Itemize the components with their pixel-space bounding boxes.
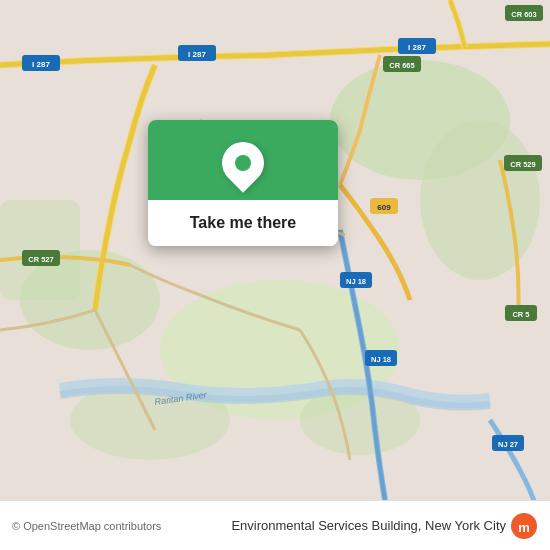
svg-text:609: 609 bbox=[377, 203, 391, 212]
moovit-logo: Environmental Services Building, New Yor… bbox=[231, 512, 538, 540]
map-container: I 287 I 287 I 287 CR 603 CR 665 CR 529 6… bbox=[0, 0, 550, 500]
bottom-bar: © OpenStreetMap contributors Environment… bbox=[0, 500, 550, 550]
svg-text:I 287: I 287 bbox=[32, 60, 50, 69]
moovit-icon: m bbox=[510, 512, 538, 540]
svg-text:NJ 27: NJ 27 bbox=[498, 440, 518, 449]
popup-header bbox=[148, 120, 338, 200]
osm-attribution: © OpenStreetMap contributors bbox=[12, 520, 161, 532]
svg-point-2 bbox=[420, 120, 540, 280]
svg-text:m: m bbox=[518, 520, 530, 535]
location-pin-icon bbox=[213, 133, 272, 192]
svg-text:I 287: I 287 bbox=[188, 50, 206, 59]
svg-text:CR 527: CR 527 bbox=[28, 255, 53, 264]
svg-text:CR 665: CR 665 bbox=[389, 61, 414, 70]
location-label: Environmental Services Building, New Yor… bbox=[231, 518, 506, 533]
popup-card: Take me there bbox=[148, 120, 338, 246]
take-me-there-button[interactable]: Take me there bbox=[148, 200, 338, 246]
svg-text:NJ 18: NJ 18 bbox=[371, 355, 391, 364]
svg-text:CR 603: CR 603 bbox=[511, 10, 536, 19]
svg-text:NJ 18: NJ 18 bbox=[346, 277, 366, 286]
svg-text:CR 5: CR 5 bbox=[512, 310, 529, 319]
svg-text:I 287: I 287 bbox=[408, 43, 426, 52]
svg-text:CR 529: CR 529 bbox=[510, 160, 535, 169]
